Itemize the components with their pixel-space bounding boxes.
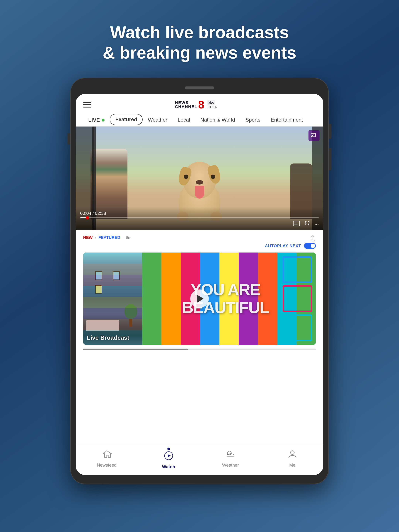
tab-newsfeed[interactable]: Newsfeed (92, 449, 121, 468)
time-ago: 9m (126, 235, 132, 240)
play-button[interactable] (190, 290, 209, 308)
autoplay-next-row: AUTOPLAY NEXT (83, 243, 316, 249)
tab-sports[interactable]: Sports (240, 114, 266, 126)
live-label: LIVE (88, 117, 100, 123)
scroll-fill (83, 348, 188, 350)
logo-abc-section: abc TULSA (205, 100, 217, 109)
video-player[interactable]: 00:04 / 02:38 ··· (76, 127, 323, 230)
tab-nation-world[interactable]: Nation & World (195, 114, 240, 126)
featured-video-card[interactable]: YOU AREBEAUTIFUL Live Broadcast (83, 253, 316, 345)
tablet-side-button-right (329, 124, 331, 139)
video-controls: 00:04 / 02:38 ··· (76, 207, 323, 230)
tablet-side-button-right2 (329, 148, 331, 170)
new-tag: NEW (83, 235, 93, 240)
nav-tabs-row: LIVE Featured Weather Local Nation & Wor… (83, 114, 316, 126)
featured-card-label: Live Broadcast (87, 334, 129, 341)
tree (125, 304, 136, 326)
tablet-speaker (185, 86, 214, 89)
tab-watch[interactable]: Watch (154, 448, 184, 469)
scroll-indicator (83, 348, 316, 350)
tab-local[interactable]: Local (172, 114, 195, 126)
svg-point-8 (291, 451, 294, 454)
frame-teal (283, 314, 312, 341)
nav-header-row: NEWS CHANNEL 8 abc TULSA (83, 99, 316, 110)
watch-active-indicator (167, 448, 170, 450)
headline: Watch live broadcasts & breaking news ev… (103, 22, 296, 63)
more-options-icon[interactable]: ··· (315, 221, 319, 227)
logo-news-channel-text: NEWS CHANNEL (175, 101, 197, 109)
featured-tag: FEATURED (98, 235, 120, 240)
video-progress-thumb[interactable] (86, 216, 89, 219)
tab-me[interactable]: Me (278, 449, 307, 468)
street-scene (83, 253, 142, 345)
tablet-side-button-left (68, 133, 70, 144)
tab-entertainment[interactable]: Entertainment (266, 114, 308, 126)
play-triangle-icon (197, 295, 203, 303)
hamburger-menu-button[interactable] (83, 102, 91, 108)
svg-rect-2 (293, 221, 300, 226)
tag-row: NEW › FEATURED · 9m (83, 235, 316, 240)
weather-icon (225, 449, 236, 461)
me-icon (288, 449, 297, 461)
video-progress-bar[interactable] (80, 217, 319, 218)
tag-chevron-icon: › (95, 235, 96, 240)
app-screen: NEWS CHANNEL 8 abc TULSA LIVE (76, 94, 323, 475)
watch-tab-label: Watch (162, 464, 175, 469)
newsfeed-tab-label: Newsfeed (97, 462, 117, 468)
logo-number: 8 (198, 99, 204, 110)
top-navigation: NEWS CHANNEL 8 abc TULSA LIVE (76, 94, 323, 127)
autoplay-label: AUTOPLAY NEXT (265, 243, 301, 248)
video-bottom-controls: ··· (80, 221, 319, 228)
frame-blue (283, 256, 312, 283)
tablet-top-bar (76, 83, 323, 93)
weather-tab-label: Weather (222, 462, 239, 468)
autoplay-toggle[interactable] (304, 243, 316, 249)
featured-card-image: YOU AREBEAUTIFUL Live Broadcast (83, 253, 316, 345)
tab-featured[interactable]: Featured (110, 114, 143, 125)
newsfeed-icon (102, 449, 112, 461)
fullscreen-icon[interactable] (304, 221, 310, 228)
bottom-tab-bar: Newsfeed Watch (76, 444, 323, 475)
art-frames (279, 253, 316, 345)
frame-pink (283, 285, 312, 312)
video-progress-fill (80, 217, 87, 218)
share-button[interactable] (310, 235, 316, 242)
content-area: NEW › FEATURED · 9m AUTOPLAY NEXT (76, 230, 323, 444)
subtitles-icon[interactable] (293, 221, 300, 227)
video-timestamp: 00:04 / 02:38 (80, 211, 319, 216)
me-tab-label: Me (289, 462, 295, 468)
time-separator: · (122, 235, 124, 240)
toggle-knob (311, 244, 315, 248)
tab-weather[interactable]: Weather (143, 114, 172, 126)
tab-weather-bottom[interactable]: Weather (216, 449, 245, 468)
live-tab[interactable]: LIVE (83, 114, 110, 126)
watch-icon (164, 451, 173, 463)
article-meta-row: NEW › FEATURED · 9m (83, 235, 316, 240)
tablet-device: NEWS CHANNEL 8 abc TULSA LIVE (70, 78, 329, 484)
live-indicator-dot (101, 119, 105, 121)
app-logo: NEWS CHANNEL 8 abc TULSA (175, 99, 217, 110)
cast-button[interactable] (309, 130, 320, 141)
svg-marker-6 (168, 454, 171, 457)
